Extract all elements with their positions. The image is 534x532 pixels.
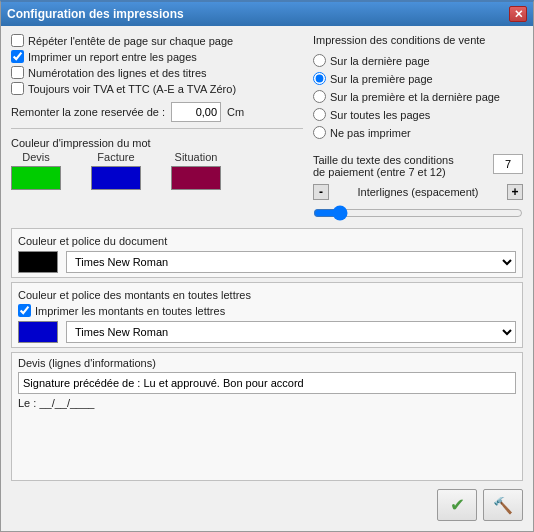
color-item-situation: Situation — [171, 151, 221, 190]
radio-derniere-page[interactable] — [313, 54, 326, 67]
checkbox-row-1: Répéter l'entête de page sur chaque page — [11, 34, 303, 47]
content-area: Répéter l'entête de page sur chaque page… — [1, 26, 533, 531]
radio-row-2: Sur la première page — [313, 72, 523, 85]
police-row-montants: Times New Roman Arial Helvetica Calibri … — [18, 321, 516, 343]
checkbox-row-2: Imprimer un report entre les pages — [11, 50, 303, 63]
devis-section: Devis (lignes d'informations) Le : __/__… — [11, 352, 523, 481]
color-boxes-row: Devis Facture Situation — [11, 151, 303, 190]
title-bar: Configuration des impressions ✕ — [1, 2, 533, 26]
divider-1 — [11, 128, 303, 129]
radio-premiere-page[interactable] — [313, 72, 326, 85]
devis-le-label: Le : __/__/____ — [18, 397, 94, 409]
checkbox-row-3: Numérotation des lignes et des titres — [11, 66, 303, 79]
font-select-document[interactable]: Times New Roman Arial Helvetica Calibri … — [66, 251, 516, 273]
left-panel: Répéter l'entête de page sur chaque page… — [11, 34, 303, 224]
bottom-buttons: ✔ 🔨 — [11, 485, 523, 523]
right-panel: Impression des conditions de vente Sur l… — [313, 34, 523, 224]
zone-label: Remonter la zone reservée de : — [11, 106, 165, 118]
interlignes-row: - Interlignes (espacement) + — [313, 184, 523, 200]
interlignes-slider[interactable] — [313, 206, 523, 220]
couleur-impression-title: Couleur d'impression du mot — [11, 137, 303, 149]
radio-row-5: Ne pas imprimer — [313, 126, 523, 139]
top-section: Répéter l'entête de page sur chaque page… — [11, 34, 523, 224]
checkbox-report[interactable] — [11, 50, 24, 63]
checkbox-report-label: Imprimer un report entre les pages — [28, 51, 197, 63]
devis-title: Devis (lignes d'informations) — [18, 357, 516, 369]
radio-row-3: Sur la première et la dernière page — [313, 90, 523, 103]
cancel-button[interactable]: 🔨 — [483, 489, 523, 521]
checkbox-numerotation[interactable] — [11, 66, 24, 79]
cancel-icon: 🔨 — [493, 496, 513, 515]
radio-toutes-label: Sur toutes les pages — [330, 109, 430, 121]
radio-premiere-derniere[interactable] — [313, 90, 326, 103]
couleur-police-section: Couleur et police du document Times New … — [11, 228, 523, 278]
checkbox-repeat-header-label: Répéter l'entête de page sur chaque page — [28, 35, 233, 47]
checkbox-tva-label: Toujours voir TVA et TTC (A-E a TVA Zéro… — [28, 83, 236, 95]
radio-row-1: Sur la dernière page — [313, 54, 523, 67]
minus-button[interactable]: - — [313, 184, 329, 200]
zone-row: Remonter la zone reservée de : Cm — [11, 102, 303, 122]
color-box-montants[interactable] — [18, 321, 58, 343]
radio-row-4: Sur toutes les pages — [313, 108, 523, 121]
montants-checkbox-row: Imprimer les montants en toutes lettres — [18, 304, 516, 317]
color-box-document[interactable] — [18, 251, 58, 273]
police-row-document: Times New Roman Arial Helvetica Calibri … — [18, 251, 516, 273]
checkbox-montants-label: Imprimer les montants en toutes lettres — [35, 305, 225, 317]
checkbox-tva[interactable] — [11, 82, 24, 95]
color-item-facture: Facture — [91, 151, 141, 190]
radio-premiere-derniere-label: Sur la première et la dernière page — [330, 91, 500, 103]
close-button[interactable]: ✕ — [509, 6, 527, 22]
radio-ne-pas-label: Ne pas imprimer — [330, 127, 411, 139]
devis-le-row: Le : __/__/____ — [18, 397, 516, 409]
couleur-impression-section: Couleur d'impression du mot Devis Factur… — [11, 135, 303, 190]
radio-ne-pas-imprimer[interactable] — [313, 126, 326, 139]
color-box-situation[interactable] — [171, 166, 221, 190]
interlignes-label: Interlignes (espacement) — [333, 186, 503, 198]
checkbox-repeat-header[interactable] — [11, 34, 24, 47]
devis-signature-input[interactable] — [18, 372, 516, 394]
color-facture-label: Facture — [97, 151, 134, 163]
couleur-police-title: Couleur et police du document — [18, 235, 516, 247]
slider-container — [313, 204, 523, 224]
taille-label: Taille du texte des conditionsde paiemen… — [313, 154, 487, 178]
zone-input[interactable] — [171, 102, 221, 122]
color-box-facture[interactable] — [91, 166, 141, 190]
ok-button[interactable]: ✔ — [437, 489, 477, 521]
checkbox-row-4: Toujours voir TVA et TTC (A-E a TVA Zéro… — [11, 82, 303, 95]
montants-title: Couleur et police des montants en toutes… — [18, 289, 516, 301]
radio-derniere-label: Sur la dernière page — [330, 55, 430, 67]
window-title: Configuration des impressions — [7, 7, 184, 21]
checkbox-montants[interactable] — [18, 304, 31, 317]
ok-icon: ✔ — [450, 494, 465, 516]
configuration-window: Configuration des impressions ✕ Répéter … — [0, 0, 534, 532]
radio-toutes-pages[interactable] — [313, 108, 326, 121]
taille-section: Taille du texte des conditionsde paiemen… — [313, 148, 523, 224]
color-devis-label: Devis — [22, 151, 50, 163]
color-situation-label: Situation — [175, 151, 218, 163]
color-box-devis[interactable] — [11, 166, 61, 190]
taille-input[interactable] — [493, 154, 523, 174]
font-select-montants[interactable]: Times New Roman Arial Helvetica Calibri … — [66, 321, 516, 343]
zone-unit: Cm — [227, 106, 244, 118]
right-panel-title: Impression des conditions de vente — [313, 34, 523, 46]
montants-section: Couleur et police des montants en toutes… — [11, 282, 523, 348]
plus-button[interactable]: + — [507, 184, 523, 200]
color-item-devis: Devis — [11, 151, 61, 190]
radio-premiere-label: Sur la première page — [330, 73, 433, 85]
checkbox-numerotation-label: Numérotation des lignes et des titres — [28, 67, 207, 79]
